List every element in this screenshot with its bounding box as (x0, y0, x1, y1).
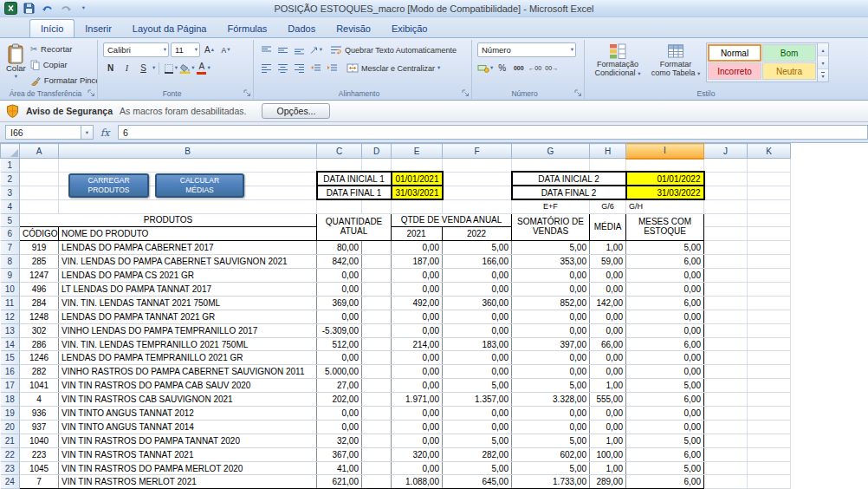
column-header-E[interactable]: E (392, 144, 443, 159)
accounting-format-button[interactable]: ▾ (477, 61, 493, 75)
cell[interactable] (748, 213, 791, 227)
cell[interactable]: 6,00 (626, 447, 704, 461)
cell[interactable]: 1246 (20, 351, 59, 365)
cell[interactable]: 0,00 (512, 269, 590, 283)
cell[interactable] (704, 283, 748, 297)
cell[interactable]: 289,00 (590, 475, 626, 489)
insert-function-icon[interactable]: fx (94, 127, 116, 139)
cell[interactable] (443, 172, 512, 186)
cell[interactable]: 5.000,00 (317, 365, 362, 379)
cell[interactable]: 1.088,00 (392, 475, 443, 489)
orientation-button[interactable]: ▾ (308, 42, 323, 57)
cell-header-quantidade-atual[interactable]: QUANTIDADE ATUAL (317, 213, 392, 241)
cell[interactable]: 0,00 (392, 365, 443, 379)
cell[interactable]: 512,00 (317, 337, 362, 351)
redo-icon[interactable] (58, 2, 73, 15)
cell[interactable] (704, 227, 748, 241)
align-left-button[interactable] (259, 61, 274, 75)
cell[interactable]: 5,00 (512, 379, 590, 393)
row-header[interactable]: 20 (1, 420, 20, 434)
cell[interactable]: 4 (20, 393, 59, 407)
cell[interactable]: 0,00 (392, 269, 443, 283)
cell[interactable]: 0,00 (443, 283, 512, 297)
cell[interactable]: 5,00 (512, 461, 590, 475)
cell[interactable]: 0,00 (512, 365, 590, 379)
merge-center-button[interactable]: Mesclar e Centralizar ▾ (347, 63, 440, 73)
cell[interactable]: 0,00 (317, 283, 362, 297)
cell[interactable] (704, 255, 748, 269)
cell[interactable]: 1,00 (590, 379, 626, 393)
cell[interactable] (362, 447, 392, 461)
cell[interactable] (748, 461, 791, 475)
cell[interactable]: LENDAS DO PAMPA CABERNET 2017 (59, 241, 317, 255)
cell[interactable] (362, 420, 392, 434)
ribbon-tab[interactable]: Inserir (74, 20, 122, 37)
align-bottom-button[interactable] (292, 42, 307, 57)
select-all-corner[interactable] (1, 144, 20, 159)
cell[interactable]: 5,00 (443, 461, 512, 475)
cell[interactable]: VIN. TIN. LENDAS TANNAT 2021 750ML (59, 296, 317, 310)
cell-data-inicial-2-label[interactable]: DATA INICIAL 2 (512, 172, 626, 186)
save-icon[interactable] (22, 2, 36, 15)
row-header[interactable]: 12 (1, 310, 20, 323)
cell[interactable]: VIN TIN RASTROS TANNAT 2021 (59, 447, 317, 461)
cell[interactable]: 6,00 (626, 393, 704, 407)
calcular-medias-button[interactable]: CALCULAR MÉDIAS (155, 173, 244, 198)
row-header[interactable]: 3 (1, 186, 20, 199)
ribbon-tab[interactable]: Fórmulas (217, 20, 278, 37)
cell[interactable] (748, 255, 791, 269)
cell[interactable]: 166,00 (443, 255, 512, 269)
row-header[interactable]: 23 (1, 461, 20, 475)
cell[interactable]: 0,00 (443, 351, 512, 365)
cell[interactable] (392, 199, 443, 213)
dialog-launcher-icon[interactable] (243, 89, 251, 97)
cell[interactable]: 5,00 (443, 241, 512, 255)
cell[interactable]: -5.309,00 (317, 323, 362, 337)
cell[interactable]: 1,00 (590, 241, 626, 255)
cell-header-ano-2022[interactable]: 2022 (443, 227, 512, 241)
row-header[interactable]: 22 (1, 447, 20, 461)
cell-style-option[interactable]: Normal (708, 44, 761, 62)
cell[interactable] (590, 159, 626, 173)
cell[interactable] (704, 213, 748, 227)
cell[interactable]: 0,00 (512, 351, 590, 365)
ribbon-tab[interactable]: Dados (277, 20, 326, 37)
font-name-select[interactable]: Calibri ▾ (103, 42, 169, 57)
underline-button[interactable]: S (136, 61, 151, 75)
cell[interactable] (704, 323, 748, 337)
cell[interactable]: 397,00 (512, 337, 590, 351)
decrease-decimal-button[interactable]: 00→ (544, 61, 559, 75)
cell[interactable]: 0,00 (392, 434, 443, 447)
cell[interactable] (362, 255, 392, 269)
cell[interactable] (704, 159, 748, 173)
format-as-table-button[interactable]: Formatar como Tabela ▾ (648, 42, 703, 82)
cell[interactable] (362, 434, 392, 447)
row-header[interactable]: 2 (1, 172, 20, 186)
cell[interactable] (748, 172, 791, 186)
column-header-A[interactable]: A (20, 144, 59, 159)
cell[interactable]: 1247 (20, 269, 59, 283)
cell[interactable]: 27,00 (317, 379, 362, 393)
cell[interactable]: 1,00 (590, 434, 626, 447)
italic-button[interactable]: I (120, 61, 134, 75)
cell[interactable]: 80,00 (317, 241, 362, 255)
cell[interactable]: 0,00 (512, 310, 590, 323)
cell-formula-hint-h[interactable]: G/6 (590, 199, 626, 213)
cell[interactable] (362, 159, 392, 173)
cell[interactable]: VIN TIN RASTROS MERLOT 2021 (59, 475, 317, 489)
cell[interactable]: VIN TIN RASTROS DO PAMPA MERLOT 2020 (59, 461, 317, 475)
cell[interactable]: 0,00 (392, 420, 443, 434)
cell[interactable] (748, 186, 791, 199)
percent-style-button[interactable]: % (495, 61, 509, 75)
cell[interactable]: 0,00 (392, 407, 443, 421)
conditional-formatting-button[interactable]: Formatação Condicional ▾ (590, 42, 645, 82)
undo-icon[interactable] (40, 2, 55, 15)
cell[interactable]: 0,00 (512, 323, 590, 337)
cell[interactable] (748, 337, 791, 351)
cell[interactable] (362, 365, 392, 379)
cell[interactable]: 0,00 (317, 351, 362, 365)
cell[interactable]: 0,00 (626, 420, 704, 434)
ribbon-tab[interactable]: Exibição (381, 20, 438, 37)
row-header[interactable]: 4 (1, 199, 20, 213)
number-format-select[interactable]: Número ▾ (477, 42, 576, 57)
